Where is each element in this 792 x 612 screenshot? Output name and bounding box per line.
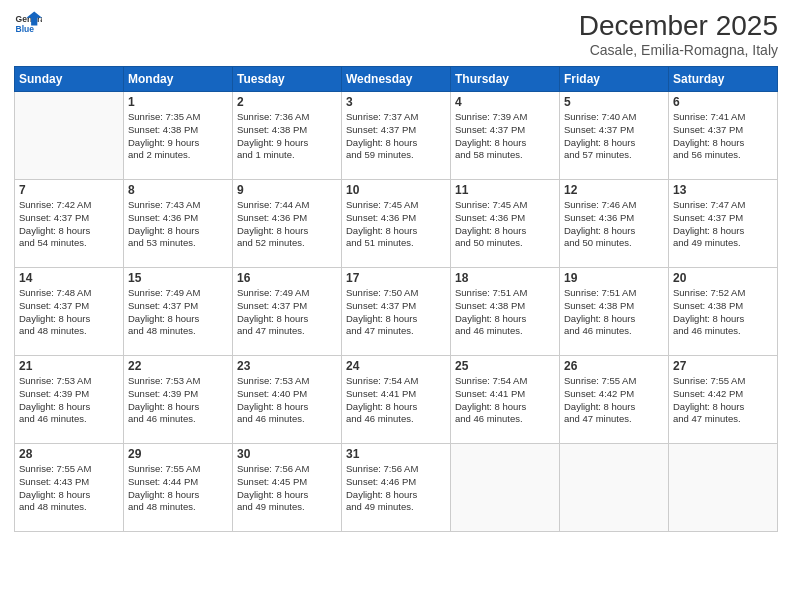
- day-number: 25: [455, 359, 555, 373]
- day-info: Sunrise: 7:55 AM Sunset: 4:44 PM Dayligh…: [128, 463, 228, 514]
- day-number: 2: [237, 95, 337, 109]
- calendar-cell: [560, 444, 669, 532]
- calendar-cell: 23Sunrise: 7:53 AM Sunset: 4:40 PM Dayli…: [233, 356, 342, 444]
- day-info: Sunrise: 7:49 AM Sunset: 4:37 PM Dayligh…: [128, 287, 228, 338]
- weekday-header: Sunday: [15, 67, 124, 92]
- day-info: Sunrise: 7:46 AM Sunset: 4:36 PM Dayligh…: [564, 199, 664, 250]
- day-number: 31: [346, 447, 446, 461]
- day-info: Sunrise: 7:51 AM Sunset: 4:38 PM Dayligh…: [564, 287, 664, 338]
- day-info: Sunrise: 7:50 AM Sunset: 4:37 PM Dayligh…: [346, 287, 446, 338]
- weekday-header-row: SundayMondayTuesdayWednesdayThursdayFrid…: [15, 67, 778, 92]
- weekday-header: Saturday: [669, 67, 778, 92]
- day-info: Sunrise: 7:55 AM Sunset: 4:42 PM Dayligh…: [564, 375, 664, 426]
- logo-icon: General Blue: [14, 10, 42, 38]
- day-info: Sunrise: 7:39 AM Sunset: 4:37 PM Dayligh…: [455, 111, 555, 162]
- day-info: Sunrise: 7:35 AM Sunset: 4:38 PM Dayligh…: [128, 111, 228, 162]
- day-number: 24: [346, 359, 446, 373]
- header: General Blue December 2025 Casale, Emili…: [14, 10, 778, 58]
- weekday-header: Monday: [124, 67, 233, 92]
- month-title: December 2025: [579, 10, 778, 42]
- calendar-week-row: 7Sunrise: 7:42 AM Sunset: 4:37 PM Daylig…: [15, 180, 778, 268]
- calendar-week-row: 1Sunrise: 7:35 AM Sunset: 4:38 PM Daylig…: [15, 92, 778, 180]
- day-info: Sunrise: 7:40 AM Sunset: 4:37 PM Dayligh…: [564, 111, 664, 162]
- day-info: Sunrise: 7:49 AM Sunset: 4:37 PM Dayligh…: [237, 287, 337, 338]
- day-info: Sunrise: 7:51 AM Sunset: 4:38 PM Dayligh…: [455, 287, 555, 338]
- day-number: 22: [128, 359, 228, 373]
- day-info: Sunrise: 7:47 AM Sunset: 4:37 PM Dayligh…: [673, 199, 773, 250]
- calendar-cell: 26Sunrise: 7:55 AM Sunset: 4:42 PM Dayli…: [560, 356, 669, 444]
- day-info: Sunrise: 7:54 AM Sunset: 4:41 PM Dayligh…: [346, 375, 446, 426]
- day-number: 10: [346, 183, 446, 197]
- day-number: 12: [564, 183, 664, 197]
- day-info: Sunrise: 7:52 AM Sunset: 4:38 PM Dayligh…: [673, 287, 773, 338]
- weekday-header: Thursday: [451, 67, 560, 92]
- calendar-week-row: 28Sunrise: 7:55 AM Sunset: 4:43 PM Dayli…: [15, 444, 778, 532]
- location-title: Casale, Emilia-Romagna, Italy: [579, 42, 778, 58]
- calendar-cell: 31Sunrise: 7:56 AM Sunset: 4:46 PM Dayli…: [342, 444, 451, 532]
- day-number: 20: [673, 271, 773, 285]
- calendar-cell: 17Sunrise: 7:50 AM Sunset: 4:37 PM Dayli…: [342, 268, 451, 356]
- calendar-week-row: 14Sunrise: 7:48 AM Sunset: 4:37 PM Dayli…: [15, 268, 778, 356]
- day-number: 18: [455, 271, 555, 285]
- day-info: Sunrise: 7:55 AM Sunset: 4:42 PM Dayligh…: [673, 375, 773, 426]
- day-info: Sunrise: 7:44 AM Sunset: 4:36 PM Dayligh…: [237, 199, 337, 250]
- calendar-week-row: 21Sunrise: 7:53 AM Sunset: 4:39 PM Dayli…: [15, 356, 778, 444]
- day-number: 28: [19, 447, 119, 461]
- calendar-cell: 18Sunrise: 7:51 AM Sunset: 4:38 PM Dayli…: [451, 268, 560, 356]
- calendar-table: SundayMondayTuesdayWednesdayThursdayFrid…: [14, 66, 778, 532]
- day-number: 29: [128, 447, 228, 461]
- weekday-header: Tuesday: [233, 67, 342, 92]
- calendar-cell: 30Sunrise: 7:56 AM Sunset: 4:45 PM Dayli…: [233, 444, 342, 532]
- day-info: Sunrise: 7:37 AM Sunset: 4:37 PM Dayligh…: [346, 111, 446, 162]
- day-number: 27: [673, 359, 773, 373]
- weekday-header: Friday: [560, 67, 669, 92]
- day-info: Sunrise: 7:45 AM Sunset: 4:36 PM Dayligh…: [346, 199, 446, 250]
- weekday-header: Wednesday: [342, 67, 451, 92]
- day-number: 9: [237, 183, 337, 197]
- day-number: 1: [128, 95, 228, 109]
- day-info: Sunrise: 7:43 AM Sunset: 4:36 PM Dayligh…: [128, 199, 228, 250]
- day-info: Sunrise: 7:53 AM Sunset: 4:39 PM Dayligh…: [19, 375, 119, 426]
- day-info: Sunrise: 7:53 AM Sunset: 4:40 PM Dayligh…: [237, 375, 337, 426]
- calendar-cell: 14Sunrise: 7:48 AM Sunset: 4:37 PM Dayli…: [15, 268, 124, 356]
- day-number: 21: [19, 359, 119, 373]
- day-info: Sunrise: 7:53 AM Sunset: 4:39 PM Dayligh…: [128, 375, 228, 426]
- day-info: Sunrise: 7:42 AM Sunset: 4:37 PM Dayligh…: [19, 199, 119, 250]
- calendar-cell: 11Sunrise: 7:45 AM Sunset: 4:36 PM Dayli…: [451, 180, 560, 268]
- day-number: 23: [237, 359, 337, 373]
- day-info: Sunrise: 7:41 AM Sunset: 4:37 PM Dayligh…: [673, 111, 773, 162]
- day-number: 5: [564, 95, 664, 109]
- day-number: 8: [128, 183, 228, 197]
- calendar-cell: 28Sunrise: 7:55 AM Sunset: 4:43 PM Dayli…: [15, 444, 124, 532]
- calendar-cell: 22Sunrise: 7:53 AM Sunset: 4:39 PM Dayli…: [124, 356, 233, 444]
- calendar-cell: [15, 92, 124, 180]
- day-number: 4: [455, 95, 555, 109]
- day-info: Sunrise: 7:54 AM Sunset: 4:41 PM Dayligh…: [455, 375, 555, 426]
- calendar-cell: 15Sunrise: 7:49 AM Sunset: 4:37 PM Dayli…: [124, 268, 233, 356]
- day-info: Sunrise: 7:48 AM Sunset: 4:37 PM Dayligh…: [19, 287, 119, 338]
- day-number: 19: [564, 271, 664, 285]
- calendar-cell: 29Sunrise: 7:55 AM Sunset: 4:44 PM Dayli…: [124, 444, 233, 532]
- calendar-cell: [669, 444, 778, 532]
- day-number: 16: [237, 271, 337, 285]
- calendar-cell: 5Sunrise: 7:40 AM Sunset: 4:37 PM Daylig…: [560, 92, 669, 180]
- day-number: 3: [346, 95, 446, 109]
- day-number: 11: [455, 183, 555, 197]
- calendar-cell: 25Sunrise: 7:54 AM Sunset: 4:41 PM Dayli…: [451, 356, 560, 444]
- calendar-body: 1Sunrise: 7:35 AM Sunset: 4:38 PM Daylig…: [15, 92, 778, 532]
- day-info: Sunrise: 7:36 AM Sunset: 4:38 PM Dayligh…: [237, 111, 337, 162]
- title-block: December 2025 Casale, Emilia-Romagna, It…: [579, 10, 778, 58]
- calendar-cell: [451, 444, 560, 532]
- day-info: Sunrise: 7:45 AM Sunset: 4:36 PM Dayligh…: [455, 199, 555, 250]
- day-info: Sunrise: 7:56 AM Sunset: 4:45 PM Dayligh…: [237, 463, 337, 514]
- calendar-cell: 21Sunrise: 7:53 AM Sunset: 4:39 PM Dayli…: [15, 356, 124, 444]
- day-number: 30: [237, 447, 337, 461]
- calendar-cell: 12Sunrise: 7:46 AM Sunset: 4:36 PM Dayli…: [560, 180, 669, 268]
- calendar-cell: 16Sunrise: 7:49 AM Sunset: 4:37 PM Dayli…: [233, 268, 342, 356]
- day-number: 7: [19, 183, 119, 197]
- day-number: 15: [128, 271, 228, 285]
- page-container: General Blue December 2025 Casale, Emili…: [0, 0, 792, 540]
- calendar-cell: 13Sunrise: 7:47 AM Sunset: 4:37 PM Dayli…: [669, 180, 778, 268]
- day-number: 13: [673, 183, 773, 197]
- day-number: 26: [564, 359, 664, 373]
